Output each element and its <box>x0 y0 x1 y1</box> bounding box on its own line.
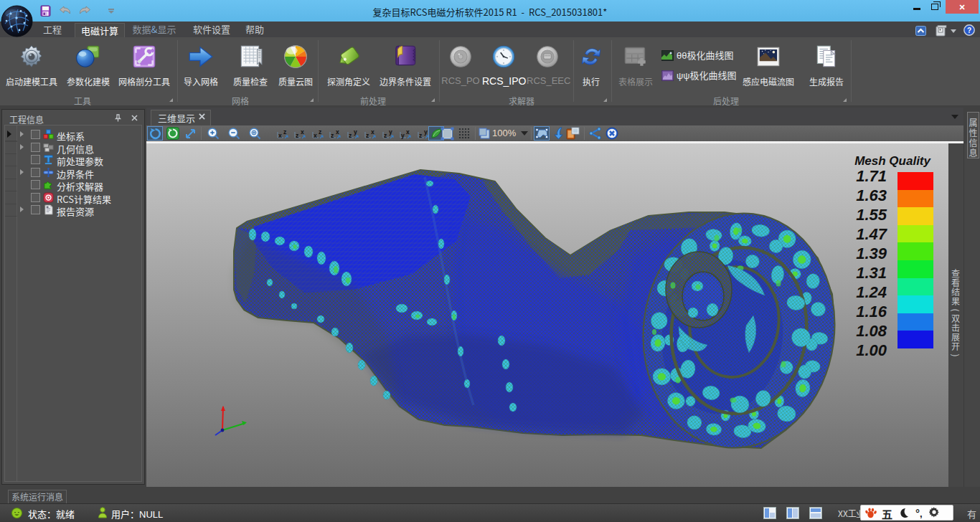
svg-text:z: z <box>384 132 387 139</box>
svg-text:z: z <box>319 128 321 136</box>
svg-text:z: z <box>283 128 286 136</box>
svg-text:?: ? <box>967 27 971 34</box>
svg-text:z: z <box>296 132 298 139</box>
svg-text:x: x <box>406 128 410 136</box>
svg-text:y: y <box>354 128 357 136</box>
svg-text:x: x <box>371 128 374 136</box>
svg-text:z: z <box>331 132 334 139</box>
svg-text:y: y <box>389 128 392 136</box>
svg-text:x: x <box>336 128 339 136</box>
svg-text:z: z <box>349 132 352 139</box>
svg-text:z: z <box>366 132 369 139</box>
svg-text:x: x <box>301 128 304 136</box>
svg-text:y: y <box>401 132 405 139</box>
svg-text:x: x <box>278 132 282 139</box>
svg-text:y: y <box>424 128 428 136</box>
svg-text:z: z <box>419 132 422 139</box>
svg-text:x: x <box>314 132 317 139</box>
